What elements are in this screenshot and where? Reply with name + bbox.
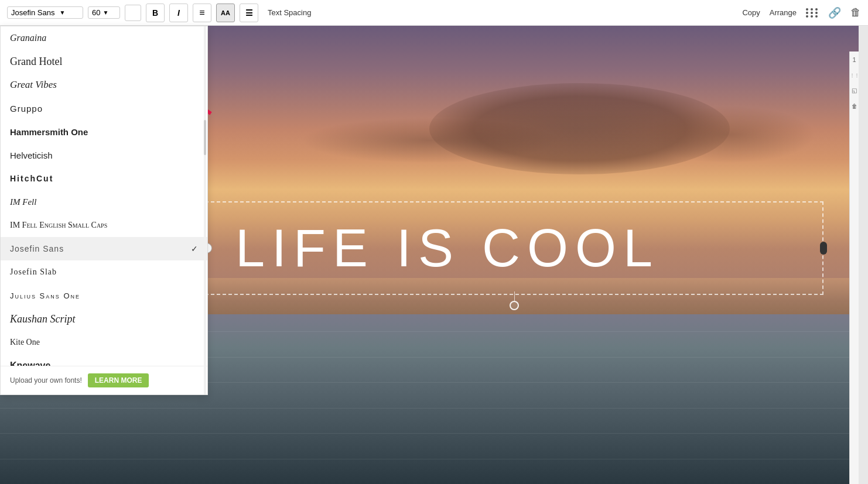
rotate-circle[interactable] xyxy=(510,301,519,310)
font-item-name: Great Vibes xyxy=(10,79,57,91)
font-list-item[interactable]: Helveticish xyxy=(1,143,207,167)
panel-number: 1 xyxy=(852,56,856,63)
font-item-name: IM Fell English Small Caps xyxy=(10,221,107,230)
panel-delete-icon[interactable]: 🗑 xyxy=(852,103,857,109)
align-button[interactable]: ≡ xyxy=(193,4,211,22)
font-list-item[interactable]: Grand Hotel xyxy=(1,50,207,73)
more-options-icon[interactable] xyxy=(806,8,819,18)
copy-button[interactable]: Copy xyxy=(742,8,760,17)
color-picker[interactable] xyxy=(125,5,141,21)
font-item-name: Grand Hotel xyxy=(10,56,62,68)
font-item-name: Josefin Sans xyxy=(10,244,64,253)
font-list-item[interactable]: IM Fell xyxy=(1,190,207,214)
font-size-selector[interactable]: 60 ▼ xyxy=(88,6,120,19)
text-spacing-label: Text Spacing xyxy=(268,8,311,17)
right-resize-handle[interactable] xyxy=(820,242,827,255)
font-footer: Upload your own fonts! LEARN MORE xyxy=(1,366,207,394)
font-item-name: IM Fell xyxy=(10,197,36,207)
font-item-name: Hammersmith One xyxy=(10,127,88,137)
scrollbar-thumb[interactable] xyxy=(204,120,206,155)
text-size-button[interactable]: AA xyxy=(216,4,235,22)
upload-fonts-label: Upload your own fonts! xyxy=(10,376,82,385)
right-side-panel: 1 ⋮⋮ ◱ 🗑 xyxy=(849,52,859,484)
font-dropdown: GranainaGrand HotelGreat VibesGruppoHamm… xyxy=(0,26,208,395)
italic-button[interactable]: I xyxy=(169,4,188,22)
font-item-name: Granaina xyxy=(10,33,46,43)
rotate-handle[interactable] xyxy=(510,291,519,310)
font-list: GranainaGrand HotelGreat VibesGruppoHamm… xyxy=(1,26,207,366)
cloud-2 xyxy=(644,106,816,163)
font-list-item[interactable]: Julius Sans One xyxy=(1,284,207,307)
link-icon[interactable]: 🔗 xyxy=(828,6,841,19)
font-item-name: Kite One xyxy=(10,338,40,347)
font-item-name: Knewave xyxy=(10,361,50,366)
dropdown-arrow-icon: ▼ xyxy=(59,9,65,16)
font-item-name: Kaushan Script xyxy=(10,313,76,325)
italic-icon: I xyxy=(177,8,180,18)
font-list-item[interactable]: Gruppo xyxy=(1,97,207,120)
font-item-name: Julius Sans One xyxy=(10,291,80,300)
toolbar: Josefin Sans ▼ 60 ▼ B I ≡ AA ☰ Text Spac… xyxy=(0,0,868,26)
font-item-name: Helveticish xyxy=(10,150,53,160)
font-item-name: HitchCut xyxy=(10,174,53,183)
font-list-item[interactable]: IM Fell English Small Caps xyxy=(1,214,207,237)
font-name-label: Josefin Sans xyxy=(11,8,54,17)
font-item-name: Josefin Slab xyxy=(10,267,57,277)
toolbar-right: Copy Arrange 🔗 🗑 xyxy=(742,6,861,19)
font-list-item[interactable]: Hammersmith One xyxy=(1,120,207,143)
bold-button[interactable]: B xyxy=(146,4,165,22)
font-list-item[interactable]: Josefin Slab xyxy=(1,260,207,284)
list-icon: ☰ xyxy=(245,8,253,18)
font-list-item[interactable]: Kite One xyxy=(1,331,207,354)
panel-dots-icon[interactable]: ⋮⋮ xyxy=(850,73,859,78)
font-list-item[interactable]: Knewave xyxy=(1,354,207,366)
font-list-item[interactable]: Kaushan Script xyxy=(1,307,207,331)
text-element[interactable]: LIFE IS COOL xyxy=(205,201,823,295)
align-icon: ≡ xyxy=(199,8,204,18)
text-display[interactable]: LIFE IS COOL xyxy=(235,218,811,279)
learn-more-button[interactable]: LEARN MORE xyxy=(88,373,149,387)
list-button[interactable]: ☰ xyxy=(240,4,258,22)
font-item-name: Gruppo xyxy=(10,104,43,114)
arrange-button[interactable]: Arrange xyxy=(770,8,797,17)
scrollbar-track xyxy=(204,26,206,394)
font-list-item[interactable]: HitchCut xyxy=(1,167,207,190)
font-size-value: 60 xyxy=(92,8,100,17)
font-selected-checkmark: ✓ xyxy=(191,244,198,253)
delete-icon[interactable]: 🗑 xyxy=(850,6,861,19)
text-size-icon: AA xyxy=(221,9,230,16)
font-list-item[interactable]: Granaina xyxy=(1,26,207,50)
rotate-line xyxy=(514,291,515,301)
bold-icon: B xyxy=(152,8,158,18)
font-list-item[interactable]: Great Vibes xyxy=(1,73,207,97)
size-dropdown-icon: ▼ xyxy=(102,9,108,16)
panel-copy-icon[interactable]: ◱ xyxy=(852,87,857,94)
font-selector[interactable]: Josefin Sans ▼ xyxy=(7,6,83,19)
font-list-item[interactable]: Josefin Sans✓ xyxy=(1,237,207,260)
cloud-3 xyxy=(300,118,558,163)
